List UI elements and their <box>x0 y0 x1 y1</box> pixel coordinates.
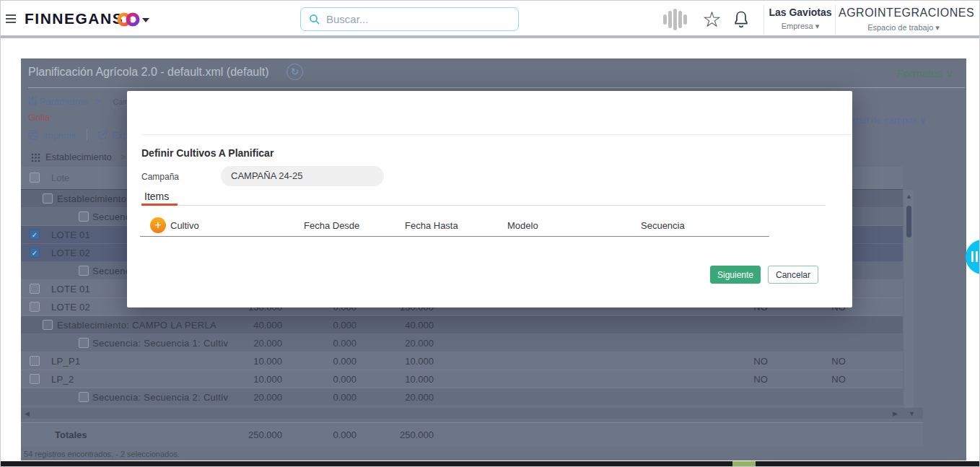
row-label: LP_2 <box>51 374 74 385</box>
row-label: Establecimiento: <box>57 193 129 204</box>
row-checkbox[interactable] <box>30 356 40 366</box>
items-column-secuencia: Secuencia <box>641 220 685 231</box>
header-divider <box>764 5 764 35</box>
totals-value-3: 250.000 <box>369 429 434 440</box>
scrollbar-thumb[interactable] <box>906 206 911 237</box>
app-window: FINNEGANS ☆ <box>0 0 980 467</box>
refresh-icon[interactable]: ↻ <box>286 64 303 80</box>
add-row-button[interactable]: + <box>150 217 166 233</box>
assistant-waveform-icon[interactable] <box>662 9 688 30</box>
scroll-down-icon[interactable]: ▼ <box>909 410 915 417</box>
row-checkbox[interactable] <box>30 374 40 384</box>
row-label: LP_P1 <box>51 356 81 367</box>
table-row[interactable]: LP_P110.0000.00010.000NONO <box>21 352 903 370</box>
side-panel-handle-button[interactable] <box>966 240 980 274</box>
modal-title: Definir Cultivos A Planificar <box>141 147 274 159</box>
row-label: Secuencia: Secuencia 2: Cultiv <box>92 392 228 403</box>
campana-field[interactable]: CAMPAÑA 24-25 <box>221 166 384 186</box>
header-divider <box>835 5 836 35</box>
cell-v1: 40.000 <box>217 320 282 331</box>
company-selector[interactable]: Las Gaviotas Empresa ▾ <box>767 6 834 31</box>
campana-label: Campaña <box>141 172 179 182</box>
table-row[interactable]: Secuencia: Secuencia 2: Cultiv20.0000.00… <box>21 388 903 406</box>
scroll-up-icon[interactable]: ▲ <box>906 193 912 200</box>
cell-no2: NO <box>817 374 860 385</box>
notifications-bell-icon[interactable] <box>732 10 750 30</box>
cell-v1: 20.000 <box>217 338 282 349</box>
table-row[interactable]: LP_210.0000.00010.000NONO <box>21 370 903 388</box>
scroll-right-icon[interactable]: ▶ <box>893 410 898 417</box>
table-row[interactable]: Secuencia: Secuencia 1: Cultiv20.0000.00… <box>21 334 903 352</box>
row-label: LOTE 01 <box>51 230 90 240</box>
column-header-lote: Lote <box>51 173 69 183</box>
items-column-cultivo: Cultivo <box>170 220 199 231</box>
cell-v2: 0.000 <box>292 338 356 349</box>
export-icon <box>97 130 108 140</box>
workspace-name: AGROINTEGRACIONES <box>839 6 968 19</box>
row-checkbox[interactable]: ✓ <box>30 248 40 258</box>
cell-v3: 10.000 <box>369 374 434 385</box>
group-field-establecimiento[interactable]: Establecimiento <box>45 152 112 162</box>
totals-value-1: 250.000 <box>217 429 282 440</box>
cell-v2: 0.000 <box>292 356 356 367</box>
cell-v2: 0.000 <box>292 374 356 385</box>
cell-v3: 40.000 <box>369 320 434 331</box>
cell-v1: 10.000 <box>217 374 282 385</box>
cell-v2: 0.000 <box>292 320 356 331</box>
company-name: Las Gaviotas <box>767 6 834 18</box>
siguiente-button[interactable]: Siguiente <box>710 266 761 284</box>
vertical-scrollbar[interactable]: ▲ <box>904 190 914 408</box>
tab-underline <box>141 204 178 206</box>
workspace-label: Espacio de trabajo ▾ <box>839 23 968 32</box>
grid-dots-icon <box>31 153 40 162</box>
top-bar: FINNEGANS ☆ <box>1 1 979 38</box>
workspace-selector[interactable]: AGROINTEGRACIONES Espacio de trabajo ▾ <box>839 6 968 32</box>
favorites-star-icon[interactable]: ☆ <box>702 6 722 33</box>
cell-no2: NO <box>817 356 860 367</box>
row-checkbox[interactable] <box>79 338 89 348</box>
infinity-logo-icon <box>117 12 140 27</box>
cell-v3: 20.000 <box>369 392 434 403</box>
modal-header-divider <box>141 134 852 135</box>
row-checkbox[interactable] <box>30 302 40 312</box>
company-label: Empresa ▾ <box>767 22 834 31</box>
toolbar-divider <box>87 129 87 141</box>
row-checkbox[interactable] <box>79 392 89 402</box>
sliders-icon <box>28 97 37 105</box>
cell-v3: 20.000 <box>369 338 434 349</box>
row-checkbox[interactable]: ✓ <box>30 230 40 240</box>
scroll-left-icon[interactable]: ◀ <box>25 410 30 417</box>
row-checkbox[interactable] <box>79 211 89 222</box>
select-all-checkbox[interactable] <box>30 173 40 183</box>
cancelar-button[interactable]: Cancelar <box>768 266 818 284</box>
define-crops-modal: Definir Cultivos A Planificar Campaña CA… <box>127 91 852 307</box>
tab-items[interactable]: Items <box>144 191 169 202</box>
brand-logo-text[interactable]: FINNEGANS <box>25 10 123 27</box>
row-checkbox[interactable] <box>43 320 53 330</box>
row-label: Establecimiento: CAMPO LA PERLA <box>57 320 216 331</box>
chevron-down-icon: ∨ <box>919 115 927 126</box>
page-title: Planificación Agrícola 2.0 - default.xml… <box>28 66 269 79</box>
items-column-fecha-desde: Fecha Desde <box>304 220 359 231</box>
formats-dropdown[interactable]: Formatos ∨ <box>896 67 953 80</box>
breadcrumb-separator: > <box>95 96 100 107</box>
tab-baseline <box>141 205 826 206</box>
items-header-underline <box>140 236 769 237</box>
imprimir-button[interactable]: Imprimir <box>43 130 76 141</box>
hamburger-menu-icon[interactable] <box>6 14 16 23</box>
search-box[interactable] <box>300 7 519 31</box>
grilla-label: Grilla <box>28 112 50 123</box>
row-checkbox[interactable] <box>79 266 89 276</box>
row-label: LOTE 01 <box>51 284 90 294</box>
cell-no1: NO <box>739 356 782 367</box>
horizontal-scrollbar[interactable]: ◀ ▶ ▼ <box>21 408 923 419</box>
title-divider <box>28 87 965 88</box>
brand-caret-icon[interactable] <box>142 18 149 22</box>
row-checkbox[interactable] <box>43 193 53 204</box>
row-checkbox[interactable] <box>30 284 40 294</box>
taskbar-edge <box>1 461 980 467</box>
search-input[interactable] <box>326 13 499 25</box>
cell-v1: 20.000 <box>217 392 282 403</box>
table-row[interactable]: Establecimiento: CAMPO LA PERLA40.0000.0… <box>21 316 903 334</box>
row-label: LOTE 02 <box>51 248 90 258</box>
